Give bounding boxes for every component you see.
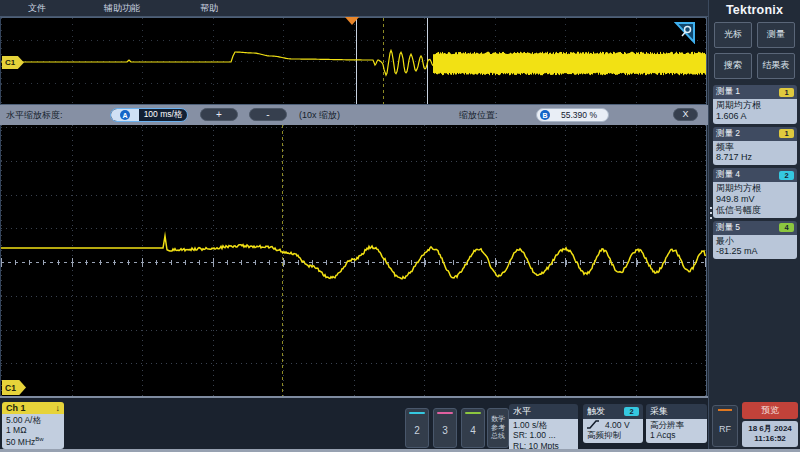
channel1-impedance: 1 MΩ <box>6 425 60 435</box>
measurement-5-value: -81.25 mA <box>716 246 794 257</box>
zoom-close-button[interactable]: X <box>673 108 698 121</box>
menu-file[interactable]: 文件 <box>28 2 46 15</box>
measurement-2-value: 8.717 Hz <box>716 152 794 163</box>
tektronix-logo: Tektronix <box>709 3 800 17</box>
time-label: 11:16:52 <box>754 434 786 444</box>
measurement-1-value: 1.606 A <box>716 111 794 122</box>
oscilloscope-screen: 文件 辅助功能 帮助 C1 水平缩放标度: A 100 ms/格 + - (10… <box>0 0 800 452</box>
trigger-title: 触发 <box>587 405 605 418</box>
search-button[interactable]: 搜索 <box>714 53 752 79</box>
bandwidth-limit-icon: Bw <box>35 436 43 442</box>
settings-bar: Ch 1 ↓ 5.00 A/格 1 MΩ 50 MHzBw 2 3 4 数学 参… <box>0 396 708 452</box>
zoom-position-value: 55.390 % <box>550 110 608 120</box>
cursor-button[interactable]: 光标 <box>714 22 752 48</box>
channel1-name: Ch 1 <box>6 403 26 413</box>
trigger-level: 4.00 V <box>605 420 630 430</box>
rf-label: RF <box>719 411 731 446</box>
math-label: 数学 <box>491 415 505 424</box>
acquisition-title: 采集 <box>650 405 668 418</box>
measurement-4-badge[interactable]: 测量 4 2 周期均方根 949.8 mV 低信号幅度 <box>713 168 797 217</box>
rising-edge-icon <box>587 420 599 429</box>
measurement-4-warning: 低信号幅度 <box>716 205 794 216</box>
overview-canvas[interactable] <box>1 18 706 104</box>
horizontal-scale: 1.00 s/格 <box>513 420 574 430</box>
zoom-scale-decrease-button[interactable]: - <box>249 108 287 121</box>
trigger-coupling: 高频抑制 <box>587 430 639 440</box>
zoom-scale-label: 水平缩放标度: <box>6 105 63 125</box>
rf-button[interactable]: RF <box>712 405 738 447</box>
zoom-position-label: 缩放位置: <box>459 105 498 125</box>
channel2-label: 2 <box>414 414 420 447</box>
zoom-scale-field[interactable]: A 100 ms/格 <box>110 108 188 122</box>
channel1-scale-arrow-icon[interactable]: ↓ <box>56 403 61 413</box>
zoom-scale-value: 100 ms/格 <box>139 109 187 121</box>
channel3-button[interactable]: 3 <box>433 408 457 448</box>
zoom-overview-icon[interactable] <box>674 21 696 44</box>
measurement-1-type: 周期均方根 <box>716 100 794 111</box>
waveform-main-view: C1 <box>0 125 707 396</box>
knob-b-icon: B <box>540 110 550 120</box>
panel-drag-handle-icon[interactable] <box>710 204 714 222</box>
measurement-4-title: 测量 4 <box>716 169 740 181</box>
expansion-point-marker-icon[interactable] <box>345 17 359 25</box>
measurement-2-type: 频率 <box>716 142 794 153</box>
measurement-2-badge[interactable]: 测量 2 1 频率 8.717 Hz <box>713 127 797 166</box>
preview-button[interactable]: 预览 <box>742 402 798 419</box>
measurement-4-value: 949.8 mV <box>716 194 794 205</box>
ref-label: 参考 <box>491 424 505 433</box>
measurement-5-type: 最小 <box>716 236 794 247</box>
measurement-5-title: 测量 5 <box>716 222 740 234</box>
panel-buttons: 光标 测量 搜索 结果表 <box>709 22 800 79</box>
panel-bottom-cluster: RF 预览 18 6月 2024 11:16:52 <box>712 402 798 447</box>
measurement-2-source-chip: 1 <box>779 129 794 138</box>
add-math-ref-bus-button[interactable]: 数学 参考 总线 <box>487 408 509 448</box>
channel4-label: 4 <box>470 414 476 447</box>
bus-label: 总线 <box>491 432 505 441</box>
measurement-4-source-chip: 2 <box>779 171 794 180</box>
trigger-badge[interactable]: 触发 2 4.00 V 高频抑制 <box>583 404 643 443</box>
zoom-control-bar: 水平缩放标度: A 100 ms/格 + - (10x 缩放) 缩放位置: B … <box>0 105 708 125</box>
zoom-factor-label: (10x 缩放) <box>299 105 340 125</box>
measurement-5-badge[interactable]: 测量 5 4 最小 -81.25 mA <box>713 221 797 260</box>
channel1-bandwidth: 50 MHz <box>6 437 35 447</box>
results-panel: Tektronix 光标 测量 搜索 结果表 测量 1 1 周期均方根 1.60… <box>708 0 800 452</box>
measurement-2-title: 测量 2 <box>716 128 740 140</box>
channel3-label: 3 <box>442 414 448 447</box>
measure-button[interactable]: 测量 <box>757 22 795 48</box>
channel2-button[interactable]: 2 <box>405 408 429 448</box>
waveform-overview: C1 <box>0 17 707 105</box>
knob-a-icon: A <box>120 110 130 120</box>
channel1-scale: 5.00 A/格 <box>6 415 60 425</box>
knob-a-segment: A <box>111 109 139 121</box>
date-label: 18 6月 2024 <box>748 424 792 434</box>
horizontal-title: 水平 <box>513 405 531 418</box>
zoom-position-field[interactable]: B 55.390 % <box>536 108 609 122</box>
datetime-display: 18 6月 2024 11:16:52 <box>742 421 798 447</box>
measurement-1-title: 测量 1 <box>716 86 740 98</box>
menu-help[interactable]: 帮助 <box>200 2 218 15</box>
menu-utility[interactable]: 辅助功能 <box>104 2 140 15</box>
horizontal-badge[interactable]: 水平 1.00 s/格 SR: 1.00 ... RL: 10 Mpts <box>509 404 578 452</box>
measurement-1-badge[interactable]: 测量 1 1 周期均方根 1.606 A <box>713 85 797 124</box>
main-waveform-canvas[interactable] <box>1 125 706 396</box>
channel4-button[interactable]: 4 <box>461 408 485 448</box>
results-table-button[interactable]: 结果表 <box>757 53 795 79</box>
measurement-1-source-chip: 1 <box>779 88 794 97</box>
acquisition-badge[interactable]: 采集 高分辨率 1 Acqs <box>646 404 707 443</box>
zoom-scale-increase-button[interactable]: + <box>200 108 238 121</box>
channel1-badge[interactable]: Ch 1 ↓ 5.00 A/格 1 MΩ 50 MHzBw <box>2 402 64 449</box>
menu-bar: 文件 辅助功能 帮助 <box>0 0 800 17</box>
measurement-list: 测量 1 1 周期均方根 1.606 A 测量 2 1 频率 8.717 Hz <box>709 85 800 259</box>
horizontal-sample-rate: SR: 1.00 ... <box>513 430 574 440</box>
measurement-4-type: 周期均方根 <box>716 183 794 194</box>
acquisition-count: 1 Acqs <box>650 430 703 440</box>
acquisition-mode: 高分辨率 <box>650 420 703 430</box>
trigger-source-chip: 2 <box>624 407 639 416</box>
measurement-5-source-chip: 4 <box>779 223 794 232</box>
